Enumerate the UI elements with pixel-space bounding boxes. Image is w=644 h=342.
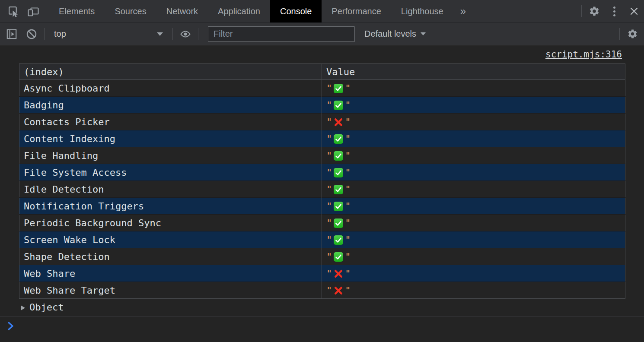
inspect-element-button[interactable] (3, 0, 23, 22)
open-quote: " (326, 167, 332, 178)
feature-name: Shape Detection (19, 248, 322, 265)
object-expander[interactable]: Object (19, 299, 625, 317)
close-quote: " (345, 150, 351, 161)
feature-name: Periodic Background Sync (19, 215, 322, 231)
feature-value: " " (322, 181, 625, 198)
log-levels-value: Default levels (364, 29, 416, 39)
console-settings-button[interactable] (622, 28, 642, 39)
check-emoji-icon (333, 134, 344, 144)
feature-value: " " (322, 198, 625, 215)
divider (172, 28, 173, 40)
tab-elements[interactable]: Elements (49, 0, 105, 22)
live-expression-button[interactable] (175, 28, 195, 41)
emoji (333, 201, 344, 212)
more-tabs-button[interactable]: » (453, 0, 473, 22)
close-quote: " (345, 218, 351, 228)
emoji (333, 268, 344, 279)
feature-value: " " (322, 114, 625, 130)
tab-console[interactable]: Console (270, 0, 322, 22)
close-quote: " (345, 251, 351, 262)
feature-name: Content Indexing (19, 130, 322, 147)
tab-application[interactable]: Application (208, 0, 270, 22)
emoji (333, 234, 344, 245)
emoji (333, 117, 344, 127)
check-emoji-icon (333, 168, 344, 178)
device-toolbar-icon (27, 5, 40, 18)
filter-input[interactable] (208, 26, 355, 42)
open-quote: " (326, 150, 332, 161)
close-quote: " (345, 117, 351, 127)
devtools-window: ElementsSourcesNetworkApplicationConsole… (0, 0, 644, 342)
open-quote: " (326, 83, 332, 94)
gear-icon (627, 28, 638, 39)
feature-table-body: Async Clipboard " " Badging " " Contacts… (19, 80, 625, 299)
open-quote: " (326, 268, 332, 279)
table-row: Contacts Picker " " (19, 114, 625, 130)
clear-console-icon (26, 28, 38, 40)
emoji (333, 184, 344, 195)
column-header-index[interactable]: (index) (19, 64, 322, 80)
log-levels-select[interactable]: Default levels (361, 23, 429, 45)
console-toolbar: top Default levels (0, 23, 644, 45)
device-toolbar-button[interactable] (23, 0, 43, 22)
table-row: Web Share Target " " (19, 282, 625, 299)
feature-value: " " (322, 130, 625, 147)
table-row: Idle Detection " " (19, 181, 625, 198)
tab-sources[interactable]: Sources (105, 0, 156, 22)
check-emoji-icon (333, 201, 344, 212)
console-output: script.mjs:316 (index) Value Async Clipb… (0, 45, 644, 342)
table-row: Notification Triggers " " (19, 198, 625, 215)
menu-button[interactable] (604, 0, 624, 22)
frame-context-select[interactable]: top (47, 23, 170, 45)
table-row: Badging " " (19, 97, 625, 114)
prompt-chevron-icon (6, 321, 16, 331)
source-location-link[interactable]: script.mjs:316 (545, 49, 622, 60)
close-quote: " (345, 133, 351, 144)
table-row: Screen Wake Lock " " (19, 231, 625, 248)
open-quote: " (326, 117, 332, 127)
feature-name: File System Access (19, 164, 322, 181)
feature-value: " " (322, 265, 625, 282)
clear-console-button[interactable] (22, 28, 41, 40)
close-quote: " (345, 285, 351, 296)
source-link-row: script.mjs:316 (19, 49, 625, 61)
close-devtools-button[interactable] (624, 0, 644, 22)
settings-button[interactable] (584, 0, 604, 22)
check-emoji-icon (333, 252, 344, 262)
frame-context-value: top (54, 29, 66, 39)
table-row: Content Indexing " " (19, 130, 625, 147)
dropdown-arrow-icon (157, 32, 163, 36)
feature-name: Contacts Picker (19, 114, 322, 130)
check-emoji-icon (333, 235, 344, 245)
console-table-message: script.mjs:316 (index) Value Async Clipb… (0, 45, 644, 317)
feature-name: Web Share Target (19, 282, 322, 299)
feature-value: " " (322, 215, 625, 231)
table-header-row: (index) Value (19, 64, 625, 80)
close-quote: " (345, 201, 351, 212)
emoji (333, 251, 344, 262)
feature-name: Web Share (19, 265, 322, 282)
emoji (333, 285, 344, 296)
check-emoji-icon (333, 151, 344, 161)
feature-table: (index) Value Async Clipboard " " Badgin… (19, 63, 625, 299)
console-sidebar-button[interactable] (2, 28, 22, 40)
open-quote: " (326, 201, 332, 212)
table-row: Async Clipboard " " (19, 80, 625, 97)
console-prompt[interactable] (0, 317, 644, 331)
feature-name: Screen Wake Lock (19, 231, 322, 248)
tab-lighthouse[interactable]: Lighthouse (391, 0, 453, 22)
cross-emoji-icon (333, 285, 344, 296)
divider (198, 28, 198, 40)
table-row: File Handling " " (19, 147, 625, 164)
feature-value: " " (322, 80, 625, 97)
check-emoji-icon (333, 184, 344, 195)
emoji (333, 218, 344, 228)
inspect-icon (7, 5, 19, 17)
check-emoji-icon (333, 218, 344, 228)
open-quote: " (326, 251, 332, 262)
tab-network[interactable]: Network (156, 0, 208, 22)
tab-performance[interactable]: Performance (322, 0, 391, 22)
column-header-value[interactable]: Value (322, 64, 625, 80)
emoji (333, 167, 344, 178)
expand-triangle-icon (21, 305, 25, 310)
